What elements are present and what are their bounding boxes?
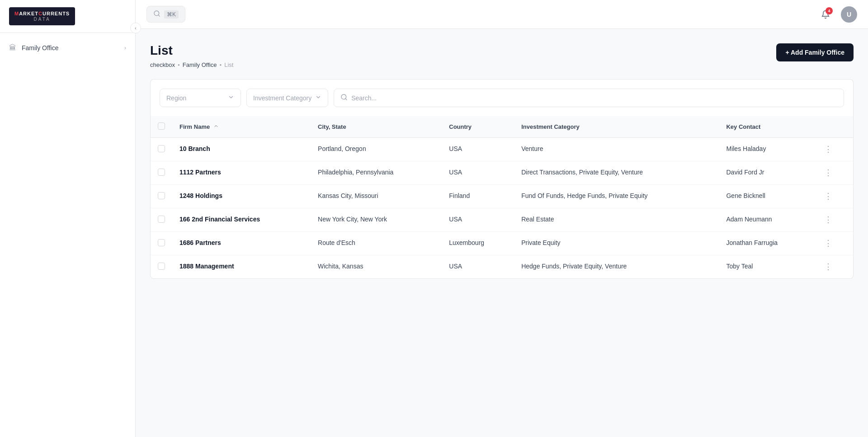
row-investment-category-0: Venture: [514, 138, 719, 161]
row-country-5: USA: [442, 255, 514, 279]
sidebar-item-family-office[interactable]: 🏛 Family Office ›: [0, 38, 135, 57]
sidebar-nav: 🏛 Family Office ›: [0, 33, 135, 63]
region-filter-label: Region: [166, 94, 186, 102]
investment-category-filter-label: Investment Category: [253, 94, 311, 102]
svg-line-1: [158, 15, 160, 16]
row-actions-3: ⋮: [815, 208, 853, 232]
actions-header: [815, 116, 853, 138]
investment-category-filter[interactable]: Investment Category: [246, 89, 328, 107]
user-avatar[interactable]: U: [841, 6, 857, 23]
row-key-contact-5: Toby Teal: [719, 255, 815, 279]
table-header-row: Firm Name City, State Country Investment…: [151, 116, 853, 138]
firm-name-header[interactable]: Firm Name: [172, 116, 311, 138]
row-more-button-5[interactable]: ⋮: [822, 260, 834, 273]
row-firm-name-1: 1112 Partners: [172, 161, 311, 185]
logo-text: MARKETCURRENTS: [14, 11, 70, 16]
page-header-left: List checkbox ● Family Office ● List: [150, 43, 233, 68]
row-checkbox-5[interactable]: [158, 263, 165, 270]
row-investment-category-3: Real Estate: [514, 208, 719, 232]
breadcrumb: checkbox ● Family Office ● List: [150, 61, 233, 68]
search-icon: [153, 10, 160, 19]
search-shortcut: ⌘K: [164, 10, 179, 19]
table-row: 166 2nd Financial Services New York City…: [151, 208, 853, 232]
select-all-header: [151, 116, 172, 138]
sidebar: MARKETCURRENTS Data 🏛 Family Office ›: [0, 0, 136, 437]
sidebar-logo: MARKETCURRENTS Data: [0, 0, 135, 33]
row-checkbox-4[interactable]: [158, 239, 165, 246]
row-actions-4: ⋮: [815, 232, 853, 255]
row-checkbox-cell-4: [151, 232, 172, 255]
chevron-down-icon: [228, 94, 234, 102]
row-more-button-4[interactable]: ⋮: [822, 237, 834, 249]
page-title: List: [150, 43, 233, 58]
add-family-office-button[interactable]: + Add Family Office: [776, 43, 854, 61]
row-key-contact-2: Gene Bicknell: [719, 185, 815, 208]
row-country-4: Luxembourg: [442, 232, 514, 255]
table-row: 1112 Partners Philadelphia, Pennsylvania…: [151, 161, 853, 185]
row-investment-category-5: Hedge Funds, Private Equity, Venture: [514, 255, 719, 279]
global-search-bar[interactable]: ⌘K: [146, 6, 185, 23]
breadcrumb-admin: checkbox: [150, 61, 175, 68]
row-firm-name-3: 166 2nd Financial Services: [172, 208, 311, 232]
row-city-state-0: Portland, Oregon: [311, 138, 442, 161]
row-checkbox-cell-5: [151, 255, 172, 279]
row-checkbox-cell-3: [151, 208, 172, 232]
logo-box: MARKETCURRENTS Data: [9, 7, 75, 25]
row-more-button-0[interactable]: ⋮: [822, 143, 834, 155]
row-actions-1: ⋮: [815, 161, 853, 185]
sort-icon: [213, 123, 219, 129]
row-checkbox-cell-2: [151, 185, 172, 208]
row-checkbox-0[interactable]: [158, 145, 165, 152]
row-country-1: USA: [442, 161, 514, 185]
row-investment-category-1: Direct Transactions, Private Equity, Ven…: [514, 161, 719, 185]
row-actions-2: ⋮: [815, 185, 853, 208]
row-more-button-3[interactable]: ⋮: [822, 213, 834, 226]
row-investment-category-4: Private Equity: [514, 232, 719, 255]
row-firm-name-2: 1248 Holdings: [172, 185, 311, 208]
row-city-state-1: Philadelphia, Pennsylvania: [311, 161, 442, 185]
row-city-state-3: New York City, New York: [311, 208, 442, 232]
row-more-button-2[interactable]: ⋮: [822, 190, 834, 202]
row-key-contact-1: David Ford Jr: [719, 161, 815, 185]
row-firm-name-5: 1888 Management: [172, 255, 311, 279]
breadcrumb-current: List: [224, 61, 233, 68]
row-actions-5: ⋮: [815, 255, 853, 279]
row-country-0: USA: [442, 138, 514, 161]
sidebar-collapse-button[interactable]: ‹: [130, 23, 141, 33]
row-checkbox-cell-1: [151, 161, 172, 185]
breadcrumb-dot-1: ●: [178, 63, 180, 67]
row-checkbox-1[interactable]: [158, 169, 165, 176]
search-input[interactable]: [351, 94, 837, 102]
notifications-button[interactable]: 4: [817, 6, 834, 23]
row-checkbox-2[interactable]: [158, 192, 165, 199]
svg-line-3: [345, 99, 347, 100]
city-state-header: City, State: [311, 116, 442, 138]
row-actions-0: ⋮: [815, 138, 853, 161]
filters-bar: Region Investment Category: [150, 79, 854, 116]
row-city-state-4: Route d'Esch: [311, 232, 442, 255]
table-row: 1686 Partners Route d'Esch Luxembourg Pr…: [151, 232, 853, 255]
row-key-contact-0: Miles Haladay: [719, 138, 815, 161]
sidebar-item-label: Family Office: [22, 44, 58, 52]
investment-category-header: Investment Category: [514, 116, 719, 138]
row-checkbox-3[interactable]: [158, 216, 165, 223]
row-city-state-2: Kansas City, Missouri: [311, 185, 442, 208]
page-content: List checkbox ● Family Office ● List + A…: [136, 29, 868, 437]
firm-name-label: Firm Name: [179, 123, 210, 130]
row-key-contact-3: Adam Neumann: [719, 208, 815, 232]
table-row: 1248 Holdings Kansas City, Missouri Finl…: [151, 185, 853, 208]
table-row: 10 Branch Portland, Oregon USA Venture M…: [151, 138, 853, 161]
breadcrumb-dot-2: ●: [219, 63, 222, 67]
page-header: List checkbox ● Family Office ● List + A…: [150, 43, 854, 68]
sidebar-item-left: 🏛 Family Office: [9, 44, 58, 52]
row-key-contact-4: Jonathan Farrugia: [719, 232, 815, 255]
row-investment-category-2: Fund Of Funds, Hedge Funds, Private Equi…: [514, 185, 719, 208]
table-search[interactable]: [334, 89, 844, 107]
topbar-right: 4 U: [817, 6, 857, 23]
select-all-checkbox[interactable]: [158, 122, 165, 130]
notification-badge: 4: [826, 7, 833, 14]
chevron-down-icon-2: [315, 94, 321, 102]
row-more-button-1[interactable]: ⋮: [822, 166, 834, 179]
region-filter[interactable]: Region: [160, 89, 241, 107]
main-content: ⌘K 4 U List checkbox ● Family Office: [136, 0, 868, 437]
